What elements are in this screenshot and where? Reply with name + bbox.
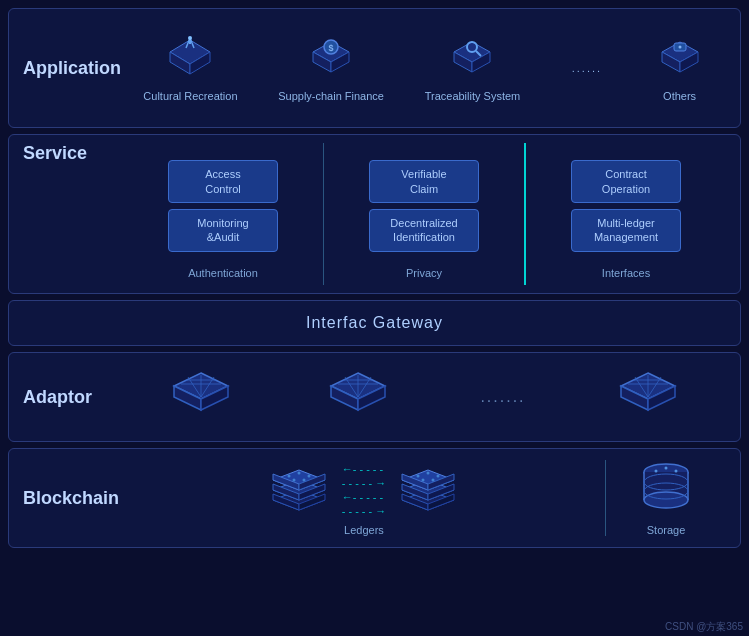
- supply-chain-item: $ Supply-chain Finance: [278, 34, 384, 102]
- others-icon: [654, 34, 706, 86]
- blockchain-content: ←- - - - - - - - - - → ←- - - - - - - - …: [123, 460, 726, 536]
- interfaces-label: Interfaces: [602, 267, 650, 279]
- svg-point-59: [302, 479, 305, 482]
- svg-point-6: [188, 36, 192, 40]
- svg-point-72: [422, 479, 425, 482]
- adaptor-stack-3: [613, 368, 683, 427]
- service-sections: AccessControl Monitoring&Audit Authentic…: [123, 143, 726, 285]
- gateway-label: Interfac Gateway: [306, 314, 443, 332]
- others-label: Others: [663, 90, 696, 102]
- adaptor-dots: .......: [480, 388, 525, 406]
- authentication-buttons: AccessControl Monitoring&Audit: [168, 149, 278, 263]
- ledger-group: ←- - - - - - - - - - → ←- - - - - - - - …: [267, 460, 462, 520]
- adaptor-label: Adaptor: [23, 387, 123, 408]
- watermark: CSDN @方案365: [665, 620, 743, 634]
- svg-point-73: [432, 479, 435, 482]
- svg-point-55: [287, 475, 290, 478]
- svg-text:$: $: [329, 43, 334, 53]
- privacy-label: Privacy: [406, 267, 442, 279]
- adaptor-stack-1: [166, 368, 236, 427]
- svg-point-70: [427, 472, 430, 475]
- svg-point-81: [655, 470, 658, 473]
- ledger-arrows: ←- - - - - - - - - - → ←- - - - - - - - …: [342, 463, 387, 517]
- storage-label: Storage: [647, 524, 686, 536]
- adaptor-dots-label: .......: [480, 388, 525, 405]
- traceability-label: Traceability System: [425, 90, 521, 102]
- svg-point-57: [307, 475, 310, 478]
- gateway-row: Interfac Gateway: [8, 300, 741, 346]
- cultural-recreation-icon: [164, 34, 216, 86]
- application-row: Application: [8, 8, 741, 128]
- svg-point-78: [644, 492, 688, 508]
- blockchain-label: Blockchain: [23, 488, 123, 509]
- dots-item: ......: [561, 42, 613, 94]
- verifiable-claim-btn[interactable]: VerifiableClaim: [369, 160, 479, 203]
- application-label: Application: [23, 58, 123, 79]
- multi-ledger-btn[interactable]: Multi-ledgerManagement: [571, 209, 681, 252]
- svg-point-21: [678, 46, 681, 49]
- traceability-icon: [446, 34, 498, 86]
- svg-point-69: [417, 475, 420, 478]
- privacy-buttons: VerifiableClaim DecentralizedIdentificat…: [369, 149, 479, 263]
- cultural-recreation-item: Cultural Recreation: [143, 34, 237, 102]
- supply-chain-icon: $: [305, 34, 357, 86]
- blockchain-row: Blockchain: [8, 448, 741, 548]
- access-control-btn[interactable]: AccessControl: [168, 160, 278, 203]
- service-label: Service: [23, 143, 123, 285]
- svg-point-58: [292, 479, 295, 482]
- authentication-label: Authentication: [188, 267, 258, 279]
- adaptor-row: Adaptor: [8, 352, 741, 442]
- privacy-section: VerifiableClaim DecentralizedIdentificat…: [324, 143, 526, 285]
- blockchain-ledgers: ←- - - - - - - - - - → ←- - - - - - - - …: [123, 460, 606, 536]
- blockchain-storage: Storage: [606, 460, 726, 536]
- contract-operation-btn[interactable]: ContractOperation: [571, 160, 681, 203]
- adaptor-icons: .......: [123, 368, 726, 427]
- others-item: Others: [654, 34, 706, 102]
- monitoring-audit-btn[interactable]: Monitoring&Audit: [168, 209, 278, 252]
- application-icons: Cultural Recreation $ Supply-chain Finan…: [123, 34, 726, 102]
- svg-point-56: [297, 472, 300, 475]
- svg-point-71: [437, 475, 440, 478]
- cultural-recreation-label: Cultural Recreation: [143, 90, 237, 102]
- svg-point-82: [665, 467, 668, 470]
- interfaces-section: ContractOperation Multi-ledgerManagement…: [526, 143, 726, 285]
- dots-icon: ......: [561, 42, 613, 94]
- supply-chain-label: Supply-chain Finance: [278, 90, 384, 102]
- traceability-item: Traceability System: [425, 34, 521, 102]
- ledger-label: Ledgers: [344, 524, 384, 536]
- decentralized-id-btn[interactable]: DecentralizedIdentification: [369, 209, 479, 252]
- service-row: Service AccessControl Monitoring&Audit A…: [8, 134, 741, 294]
- main-container: Application: [0, 0, 749, 636]
- svg-point-83: [675, 470, 678, 473]
- interfaces-buttons: ContractOperation Multi-ledgerManagement: [571, 149, 681, 263]
- adaptor-stack-2: [323, 368, 393, 427]
- dots-label: ......: [572, 62, 602, 74]
- authentication-section: AccessControl Monitoring&Audit Authentic…: [123, 143, 324, 285]
